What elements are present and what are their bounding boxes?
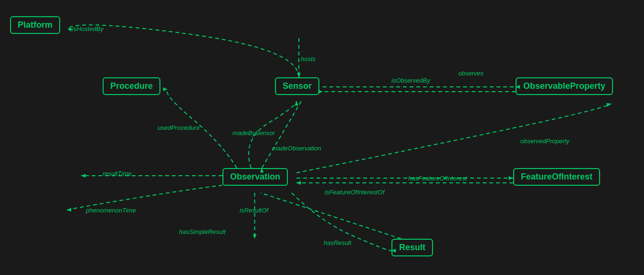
node-feature-of-interest[interactable]: FeatureOfInterest bbox=[513, 168, 600, 186]
diagram-canvas bbox=[0, 0, 644, 275]
node-platform[interactable]: Platform bbox=[10, 16, 60, 34]
node-result[interactable]: Result bbox=[391, 239, 433, 256]
diagram-container: Platform Procedure Sensor ObservableProp… bbox=[0, 0, 644, 275]
node-sensor[interactable]: Sensor bbox=[275, 77, 319, 95]
node-procedure[interactable]: Procedure bbox=[103, 77, 160, 95]
node-observable-property[interactable]: ObservableProperty bbox=[516, 77, 613, 95]
node-observation[interactable]: Observation bbox=[222, 168, 288, 186]
